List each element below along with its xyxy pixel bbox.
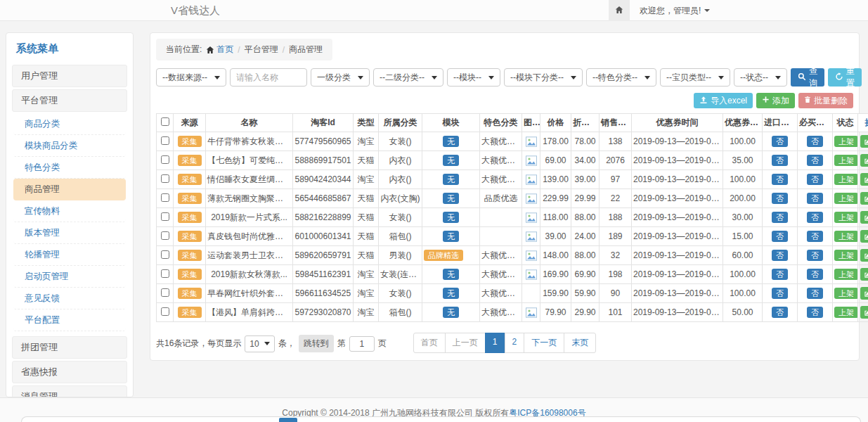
per-page-select[interactable]: 10: [245, 335, 274, 352]
filter-input-name[interactable]: [230, 68, 307, 87]
module-badge[interactable]: 无: [443, 155, 459, 167]
must-buy-toggle[interactable]: 否: [807, 136, 823, 148]
row-checkbox[interactable]: [161, 231, 169, 240]
product-thumbnail-icon[interactable]: [526, 269, 537, 280]
module-badge[interactable]: 无: [443, 136, 459, 148]
row-checkbox[interactable]: [161, 288, 169, 297]
status-badge[interactable]: 上架: [834, 193, 858, 205]
page-button-num-1[interactable]: 1: [485, 333, 505, 353]
must-buy-toggle[interactable]: 否: [807, 193, 823, 205]
sidebar-item[interactable]: 宣传物料: [13, 200, 126, 222]
import-toggle[interactable]: 否: [772, 307, 788, 319]
edit-button[interactable]: [860, 306, 868, 319]
module-badge[interactable]: 无: [443, 288, 459, 300]
filter-select-feature[interactable]: --特色分类--: [586, 68, 656, 87]
sidebar-item[interactable]: 版本管理: [13, 222, 126, 244]
edit-button[interactable]: [860, 287, 868, 300]
product-thumbnail-icon[interactable]: [526, 212, 537, 223]
module-badge[interactable]: 无: [443, 269, 459, 281]
must-buy-toggle[interactable]: 否: [807, 269, 823, 281]
edit-button[interactable]: [860, 268, 868, 281]
page-button-4[interactable]: 下一页: [524, 333, 564, 353]
import-toggle[interactable]: 否: [772, 212, 788, 224]
status-badge[interactable]: 上架: [834, 269, 858, 281]
sidebar-item[interactable]: 轮播管理: [13, 244, 126, 266]
edit-button[interactable]: [860, 211, 868, 224]
status-badge[interactable]: 上架: [834, 174, 858, 186]
filter-select-module[interactable]: --模块--: [447, 68, 500, 87]
product-thumbnail-icon[interactable]: [526, 174, 537, 185]
edit-button[interactable]: [860, 230, 868, 243]
sidebar-item[interactable]: 商品分类: [13, 113, 126, 135]
import-toggle[interactable]: 否: [772, 269, 788, 281]
product-thumbnail-icon[interactable]: [526, 155, 537, 166]
filter-select-status[interactable]: --状态--: [734, 68, 787, 87]
module-badge[interactable]: 无: [443, 231, 459, 243]
product-thumbnail-icon[interactable]: [526, 231, 537, 242]
row-checkbox[interactable]: [161, 155, 169, 164]
product-thumbnail-icon[interactable]: [526, 193, 537, 204]
import-toggle[interactable]: 否: [772, 250, 788, 262]
sidebar-item[interactable]: 模块商品分类: [13, 135, 126, 157]
edit-button[interactable]: [860, 192, 868, 205]
select-all-checkbox[interactable]: [161, 117, 169, 126]
page-button-1[interactable]: 上一页: [445, 333, 486, 353]
edit-button[interactable]: [860, 154, 868, 167]
filter-select-category1[interactable]: 一级分类: [311, 68, 370, 87]
sidebar-item[interactable]: 启动页管理: [13, 266, 126, 288]
must-buy-toggle[interactable]: 否: [807, 155, 823, 167]
edit-button[interactable]: [860, 135, 868, 148]
add-button[interactable]: 添加: [756, 93, 795, 108]
status-badge[interactable]: 上架: [834, 212, 858, 224]
must-buy-toggle[interactable]: 否: [807, 174, 823, 186]
edit-button[interactable]: [860, 173, 868, 186]
sidebar-item[interactable]: 平台配置: [13, 309, 126, 331]
page-button-0[interactable]: 首页: [413, 333, 446, 353]
sidebar-group[interactable]: 平台管理: [12, 89, 127, 112]
import-toggle[interactable]: 否: [772, 231, 788, 243]
must-buy-toggle[interactable]: 否: [807, 288, 823, 300]
user-menu[interactable]: 欢迎您，管理员!: [640, 5, 710, 17]
import-toggle[interactable]: 否: [772, 136, 788, 148]
filter-select-item-type[interactable]: --宝贝类型--: [660, 68, 730, 87]
status-badge[interactable]: 上架: [834, 136, 858, 148]
module-badge[interactable]: 无: [443, 212, 459, 224]
import-toggle[interactable]: 否: [772, 288, 788, 300]
edit-button[interactable]: [860, 249, 868, 262]
module-badge[interactable]: 无: [443, 193, 459, 205]
row-checkbox[interactable]: [161, 307, 169, 316]
page-button-num-2[interactable]: 2: [505, 333, 525, 353]
module-badge[interactable]: 无: [443, 307, 459, 319]
row-checkbox[interactable]: [161, 136, 169, 145]
row-checkbox[interactable]: [161, 193, 169, 202]
row-checkbox[interactable]: [161, 269, 169, 278]
filter-select-category2[interactable]: --二级分类--: [373, 68, 443, 87]
sidebar-item-active[interactable]: 商品管理: [13, 179, 126, 200]
filter-select-source[interactable]: --数据来源--: [156, 68, 226, 87]
product-thumbnail-icon[interactable]: [526, 307, 537, 318]
status-badge[interactable]: 上架: [834, 231, 858, 243]
breadcrumb-home-link[interactable]: 首页: [206, 44, 233, 56]
sidebar-group[interactable]: 用户管理: [12, 65, 127, 87]
jump-button[interactable]: 跳转到: [299, 335, 334, 352]
row-checkbox[interactable]: [161, 174, 169, 183]
status-badge[interactable]: 上架: [834, 288, 858, 300]
import-toggle[interactable]: 否: [772, 174, 788, 186]
sidebar-group[interactable]: 拼团管理: [12, 336, 127, 359]
product-thumbnail-icon[interactable]: [526, 136, 537, 147]
search-button[interactable]: 查询: [791, 68, 824, 87]
reset-button[interactable]: 重置: [828, 68, 862, 87]
row-checkbox[interactable]: [161, 212, 169, 221]
status-badge[interactable]: 上架: [834, 250, 858, 262]
home-button[interactable]: [609, 0, 630, 21]
jump-page-input[interactable]: [349, 336, 375, 352]
status-badge[interactable]: 上架: [834, 307, 858, 319]
row-checkbox[interactable]: [161, 250, 169, 259]
must-buy-toggle[interactable]: 否: [807, 307, 823, 319]
import-toggle[interactable]: 否: [772, 155, 788, 167]
must-buy-toggle[interactable]: 否: [807, 231, 823, 243]
sidebar-group[interactable]: 省惠快报: [12, 361, 127, 383]
product-thumbnail-icon[interactable]: [526, 250, 537, 261]
import-toggle[interactable]: 否: [772, 193, 788, 205]
status-badge[interactable]: 上架: [834, 155, 858, 167]
